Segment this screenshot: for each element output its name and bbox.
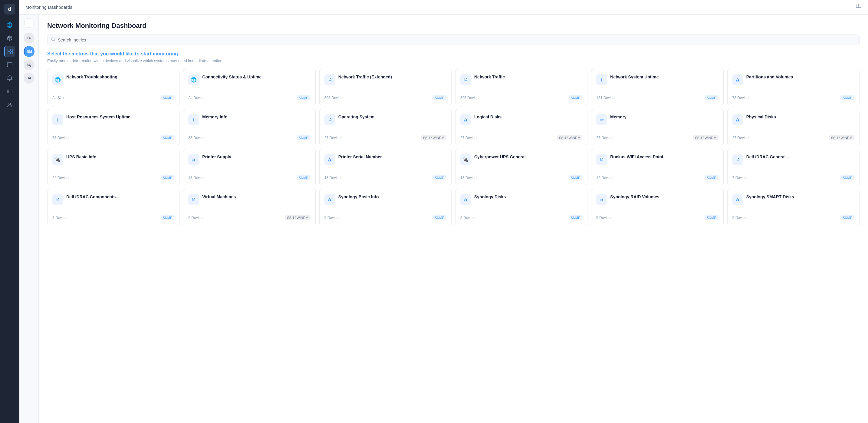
metric-card[interactable]: 🖥 Operating System 27 Devices SSH / WINR…: [319, 109, 452, 145]
metric-card[interactable]: 🖥 Dell iDRAC Components... 7 Devices SNM…: [47, 189, 180, 225]
card-devices: 24 Devices: [52, 176, 70, 180]
svg-rect-1: [10, 49, 13, 51]
metric-card[interactable]: 🖨 Printer Supply 18 Devices SNMP: [183, 149, 315, 185]
card-badge: SNMP: [569, 215, 583, 220]
card-name: UPS Basic Info: [66, 154, 97, 159]
cube-icon[interactable]: [4, 33, 15, 43]
card-name: Synology Basic Info: [338, 194, 379, 200]
card-icon: 🖨: [324, 154, 335, 165]
section-title: Select the metrics that you would like t…: [47, 51, 860, 57]
metric-card[interactable]: 🖥 Virtual Machines 6 Devices SSH / WINRM: [183, 189, 315, 225]
card-devices: 27 Devices: [460, 135, 478, 140]
card-badge: SNMP: [569, 175, 583, 180]
metric-card[interactable]: 🖥 Ruckus WIFI Access Point... 12 Devices…: [591, 149, 723, 185]
add-button[interactable]: +: [24, 18, 34, 28]
card-badge: SNMP: [161, 215, 175, 220]
card-icon: 🖥: [188, 194, 199, 205]
metric-card[interactable]: 🔌 Cyberpower UPS General 13 Devices SNMP: [455, 149, 587, 185]
card-footer: 12 Devices SNMP: [596, 175, 718, 180]
metric-card[interactable]: 🌐 Network Troubleshooting All Sites SNMP: [47, 69, 180, 105]
card-name: Host Resources System Uptime: [66, 114, 130, 120]
metric-card[interactable]: 🖥 Dell iDRAC General... 7 Devices SNMP: [727, 149, 860, 185]
card-name: Synology SMART Disks: [746, 194, 794, 200]
card-badge: SNMP: [433, 215, 446, 220]
metrics-grid: 🌐 Network Troubleshooting All Sites SNMP…: [47, 69, 860, 225]
card-footer: 5 Devices SNMP: [324, 215, 446, 220]
metric-card[interactable]: 🌐 Connectivity Status & Uptime All Devic…: [183, 69, 315, 105]
card-badge: SNMP: [569, 95, 583, 100]
metric-card[interactable]: 🖨 Physical Disks 27 Devices SSH / WINRM: [727, 109, 860, 145]
metric-card[interactable]: ✏ Memory 27 Devices SSH / WINRM: [591, 109, 723, 145]
card-badge: SNMP: [840, 215, 855, 220]
metric-card[interactable]: 🖨 Synology Basic Info 5 Devices SNMP: [319, 189, 452, 225]
card-header: ✏ Memory: [596, 114, 718, 125]
ticket-icon[interactable]: [4, 86, 15, 97]
card-footer: 7 Devices SNMP: [52, 215, 174, 220]
card-icon: ✏: [596, 114, 607, 125]
card-badge: SNMP: [297, 95, 311, 100]
card-name: Physical Disks: [746, 114, 776, 120]
header-title: Monitoring Dashboards: [25, 4, 72, 10]
card-badge: SNMP: [297, 135, 311, 140]
nav-nm[interactable]: NM: [24, 46, 34, 57]
card-header: 🖥 Dell iDRAC Components...: [52, 194, 174, 205]
metric-card[interactable]: 🖨 Logical Disks 27 Devices SSH / WINRM: [455, 109, 587, 145]
bell-icon[interactable]: [4, 73, 15, 84]
nav-da[interactable]: DA: [24, 73, 34, 84]
card-devices: All Sites: [52, 96, 65, 100]
card-header: 🖨 Logical Disks: [460, 114, 582, 125]
nav-aq[interactable]: AQ: [24, 59, 34, 70]
card-badge: SNMP: [705, 95, 718, 100]
card-header: 🖥 Ruckus WIFI Access Point...: [596, 154, 718, 165]
card-name: Network Troubleshooting: [66, 74, 117, 80]
card-badge: SNMP: [297, 175, 311, 180]
card-header: 🖨 Physical Disks: [733, 114, 855, 125]
card-header: ℹ Network System Uptime: [596, 74, 718, 85]
card-icon: 🖨: [733, 74, 743, 85]
user-icon[interactable]: [4, 99, 15, 110]
search-input[interactable]: [58, 37, 856, 42]
metric-card[interactable]: 🖨 Printer Serial Number 18 Devices SNMP: [319, 149, 452, 185]
card-badge: SNMP: [433, 175, 446, 180]
metric-card[interactable]: ℹ Network System Uptime 181 Devices SNMP: [591, 69, 723, 105]
card-icon: 🔌: [52, 154, 63, 165]
card-devices: 18 Devices: [324, 176, 342, 180]
metric-card[interactable]: 🖥 Network Traffic 395 Devices SNMP: [455, 69, 587, 105]
card-badge: SNMP: [840, 95, 855, 100]
metric-card[interactable]: 🖨 Synology Disks 5 Devices SNMP: [455, 189, 587, 225]
app-logo: d: [4, 4, 15, 14]
metric-card[interactable]: 🔌 UPS Basic Info 24 Devices SNMP: [47, 149, 180, 185]
search-bar[interactable]: [47, 34, 860, 45]
book-icon[interactable]: [855, 3, 862, 11]
metric-card[interactable]: 🖨 Partitions and Volumes 73 Devices SNMP: [727, 69, 860, 105]
card-name: Dell iDRAC General...: [746, 154, 789, 159]
metric-card[interactable]: 🖥 Network Traffic (Extended) 395 Devices…: [319, 69, 452, 105]
card-name: Dell iDRAC Components...: [66, 194, 119, 200]
card-footer: 18 Devices SNMP: [188, 175, 310, 180]
nav-te[interactable]: TE: [24, 33, 34, 43]
metric-card[interactable]: ℹ Host Resources System Uptime 73 Device…: [47, 109, 180, 145]
card-icon: 🌐: [52, 74, 63, 85]
card-devices: 5 Devices: [324, 216, 340, 220]
metric-card[interactable]: ℹ Memory Info 33 Devices SNMP: [183, 109, 315, 145]
card-icon: 🖥: [596, 154, 607, 165]
card-icon: 🖥: [460, 74, 471, 85]
card-footer: 395 Devices SNMP: [324, 95, 446, 100]
svg-rect-3: [10, 52, 13, 54]
metric-card[interactable]: 🖨 Synology RAID Volumes 5 Devices SNMP: [591, 189, 723, 225]
page-title: Network Monitoring Dashboard: [47, 22, 860, 30]
card-name: Operating System: [338, 114, 375, 120]
card-icon: 🖨: [460, 194, 471, 205]
svg-rect-0: [8, 49, 10, 51]
card-footer: 181 Devices SNMP: [596, 95, 718, 100]
metric-card[interactable]: 🖨 Synology SMART Disks 5 Devices SNMP: [727, 189, 860, 225]
globe-icon[interactable]: 🌐: [4, 19, 15, 30]
card-footer: 24 Devices SNMP: [52, 175, 174, 180]
card-footer: 5 Devices SNMP: [460, 215, 582, 220]
card-header: 🖥 Network Traffic (Extended): [324, 74, 446, 85]
card-devices: 27 Devices: [733, 135, 750, 140]
card-name: Synology Disks: [474, 194, 506, 200]
card-footer: 5 Devices SNMP: [596, 215, 718, 220]
dashboard-icon[interactable]: [4, 46, 15, 57]
chat-icon[interactable]: [4, 59, 15, 70]
